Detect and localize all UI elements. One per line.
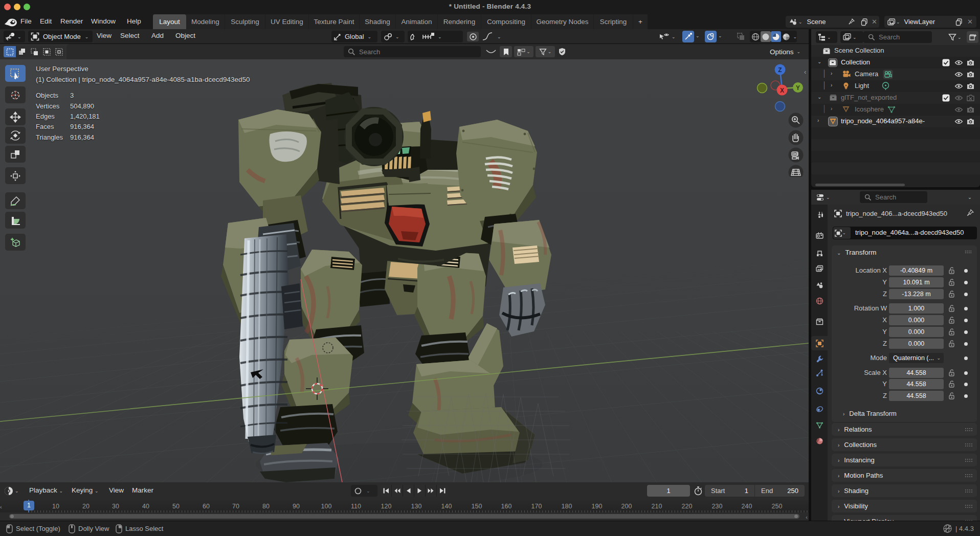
- svg-text:Z: Z: [778, 66, 782, 74]
- svg-text:Y: Y: [796, 84, 800, 92]
- svg-text:X: X: [780, 87, 784, 94]
